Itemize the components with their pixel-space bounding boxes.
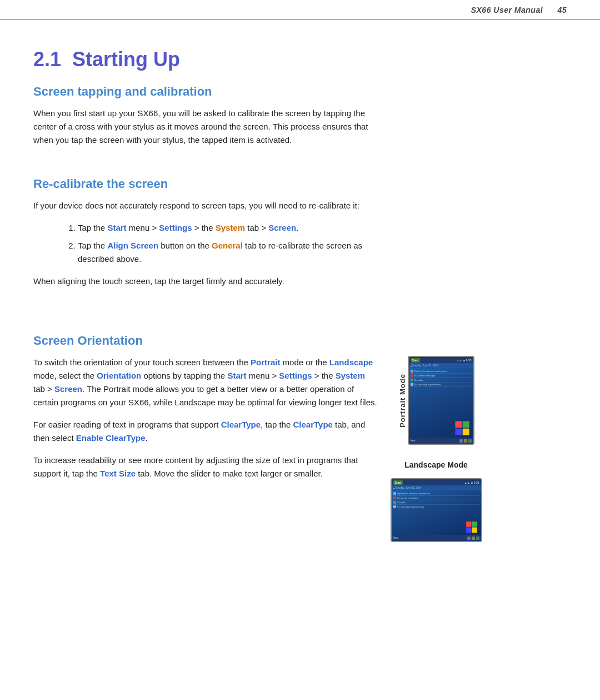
link-align-screen: Align Screen [107,241,158,250]
wm-portrait-screen: Start ▲▲ ■ 9:35 ● [409,357,473,444]
wm-list-item-3: No tasks [411,378,472,383]
windows-logo-landscape [466,521,478,533]
wm-ls-icon-2 [472,537,475,540]
wm-ls-bullet-4 [393,505,396,508]
wm-battery-icon-ls: ■ [471,481,473,484]
svg-rect-5 [472,522,477,527]
svg-rect-6 [466,528,471,533]
link-cleartype-2: ClearType [293,420,332,429]
link-orientation: Orientation [97,371,141,380]
wm-date-value-portrait: Tuesday, June 01, 2004 [412,364,439,367]
wm-taskbar-right-portrait: ▲▲ ■ 9:35 [457,359,472,362]
instruction-list: Tap the Start menu > Settings > the Syst… [78,221,567,266]
portrait-screen: Start ▲▲ ■ 9:35 ● [408,356,474,445]
orientation-section: To switch the orientation of your touch … [33,356,567,542]
wm-bullet-1 [411,370,413,373]
wm-ls-bullet-3 [393,501,396,504]
wm-bottom-icon-1 [459,439,463,443]
subsection-recalibrate: Re-calibrate the screen If your device d… [33,177,567,288]
svg-rect-7 [472,528,477,533]
link-text-size: Text Size [100,469,136,478]
subsection-orientation: Screen Orientation To switch the orienta… [33,334,567,542]
link-screen-1: Screen [268,223,296,232]
landscape-screen: Start ▲▲ ■ 9:35 ● [391,478,482,542]
svg-rect-2 [455,429,462,435]
svg-rect-0 [455,421,462,428]
wm-taskbar-portrait: Start ▲▲ ■ 9:35 [409,357,473,363]
section-2-1: 2.1 Starting Up [33,48,567,71]
wm-date-value-landscape: Tuesday, June 01, 2004 [395,486,422,489]
wm-ls-text-1: Tap here to set owner information [397,492,430,495]
link-system-2: System [336,371,365,380]
page-container: SX66 User Manual 45 2.1 Starting Up Scre… [0,0,600,700]
header-title: SX66 User Manual 45 [471,6,567,14]
wm-bullet-4 [411,383,413,386]
wm-list-item-2: No unread messages [411,374,472,378]
wm-date-portrait: ● Tuesday, June 01, 2004 [409,363,473,368]
main-content: 2.1 Starting Up Screen tapping and calib… [0,20,600,564]
wm-list-item-4: No upcoming appointments [411,383,472,387]
wm-signal-icon: ▲▲ [457,359,462,362]
subsection-orientation-heading: Screen Orientation [33,334,567,348]
list-item-1: Tap the Start menu > Settings > the Syst… [78,221,378,235]
link-portrait: Portrait [251,358,280,367]
link-start-1: Start [107,223,126,232]
wm-ls-item-2: No unread messages [393,496,479,500]
wm-ls-bullet-1 [393,492,396,495]
spacer-3 [33,312,567,328]
wm-bottom-bar-landscape: New [392,535,481,541]
windows-logo-portrait [454,420,470,436]
page-number: 45 [557,6,567,14]
link-system-1: System [216,223,245,232]
list-item-2: Tap the Align Screen button on the Gener… [78,239,378,266]
wm-time-landscape: 9:35 [474,481,479,484]
wm-start-btn-portrait: Start [411,358,420,363]
wm-ls-icon-1 [467,537,471,540]
wm-bottom-bar-portrait: New [409,438,473,444]
subsection-tapping: Screen tapping and calibration When you … [33,85,567,147]
wm-bullet-3 [411,379,413,381]
link-settings-1: Settings [159,223,192,232]
link-enable-cleartype: Enable ClearType [76,433,146,443]
wm-ls-text-4: No upcoming appointments [397,505,424,508]
subsection-recalibrate-heading: Re-calibrate the screen [33,177,567,191]
wm-taskbar-right-landscape: ▲▲ ■ 9:35 [464,481,479,484]
wm-battery-icon: ■ [463,359,465,362]
wm-ls-item-3: No tasks [393,500,479,505]
orientation-text-col: To switch the orientation of your touch … [33,356,378,489]
wm-bottom-icon-3 [468,439,472,443]
link-general: General [212,241,243,250]
spacer-2 [33,297,567,312]
svg-rect-4 [466,522,471,527]
wm-new-btn-portrait: New [411,439,416,442]
link-start-2: Start [227,371,246,380]
orientation-para-2: For easier reading of text in programs t… [33,418,378,445]
wm-list-portrait: Tap here to set owner information No unr… [409,368,473,388]
spacer-1 [33,156,567,171]
link-landscape: Landscape [329,358,373,367]
wm-bullet-2 [411,374,413,377]
wm-bottom-icons-portrait [459,439,472,443]
subsection-tapping-heading: Screen tapping and calibration [33,85,567,99]
orientation-images: Portrait Mode Start ▲▲ ■ 9 [389,356,483,542]
tapping-paragraph: When you first start up your SX66, you w… [33,107,378,147]
wm-new-btn-landscape: New [393,537,398,539]
wm-taskbar-landscape: Start ▲▲ ■ 9:35 [392,479,481,485]
wm-list-landscape: Tap here to set owner information No unr… [392,490,481,510]
orientation-para-3: To increase readability or see more cont… [33,454,378,480]
landscape-label: Landscape Mode [404,460,468,469]
landscape-device-container: Start ▲▲ ■ 9:35 ● [391,478,482,542]
wm-date-landscape: ● Tuesday, June 01, 2004 [392,485,481,490]
wm-list-item-1: Tap here to set owner information [411,369,472,374]
wm-item-text-1: Tap here to set owner information [414,370,447,373]
wm-item-text-2: No unread messages [414,374,436,377]
portrait-label: Portrait Mode [398,374,407,428]
portrait-device-container: Portrait Mode Start ▲▲ ■ 9 [398,356,474,445]
wm-ls-icon-3 [476,537,479,540]
header-bar: SX66 User Manual 45 [0,0,600,20]
wm-item-text-3: No tasks [414,379,423,381]
wm-bottom-icons-landscape [467,537,479,540]
wm-time-portrait: 9:35 [466,359,472,362]
svg-rect-1 [462,421,469,428]
wm-signal-icon-ls: ▲▲ [464,481,470,484]
